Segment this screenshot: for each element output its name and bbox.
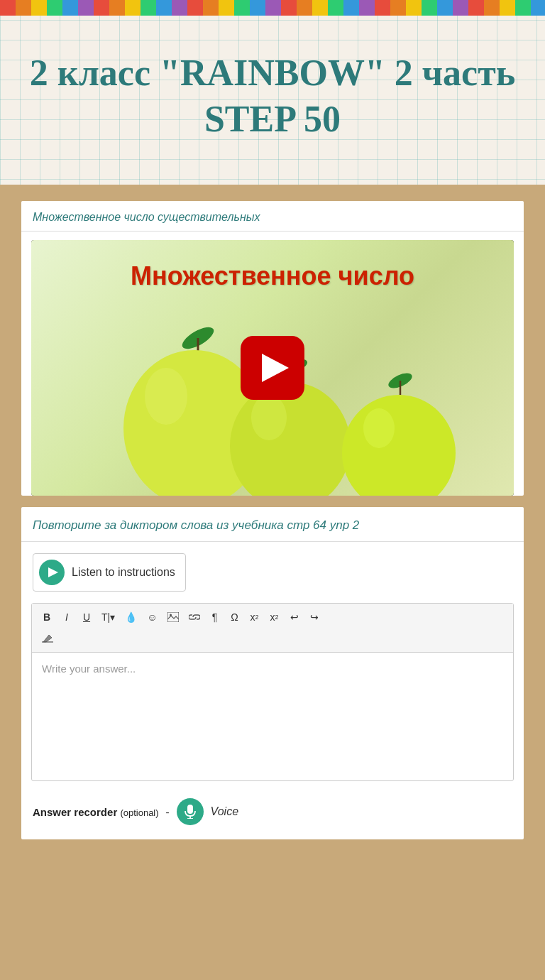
recorder-dash: - [166, 806, 170, 818]
omega-button[interactable]: Ω [226, 608, 244, 626]
page-title: 2 класс "RAINBOW" 2 часть STEP 50 [28, 50, 517, 142]
voice-record-button[interactable] [177, 798, 204, 825]
listen-play-icon [39, 560, 65, 585]
editor-toolbar: B I U T|▾ 💧 ☺ ¶ Ω x2 x2 ↩ ↪ [32, 604, 513, 653]
video-container[interactable]: Множественное число [31, 240, 514, 496]
voice-label: Voice [211, 805, 238, 818]
subscript-button[interactable]: x2 [246, 608, 264, 626]
emoji-button[interactable]: ☺ [143, 608, 161, 626]
section2-label: Повторите за диктором слова из учебника … [21, 507, 524, 542]
answer-card: Повторите за диктором слова из учебника … [21, 507, 524, 839]
bold-button[interactable]: B [38, 608, 56, 626]
main-content: Множественное число существительных Множ… [0, 187, 545, 868]
color-button[interactable]: 💧 [121, 608, 141, 626]
video-card: Множественное число существительных Множ… [21, 201, 524, 496]
font-size-button[interactable]: T|▾ [97, 608, 119, 626]
svg-rect-15 [187, 805, 193, 814]
answer-recorder-row: Answer recorder (optional) - Voice [21, 791, 524, 832]
video-play-button[interactable] [241, 336, 304, 400]
microphone-icon [184, 805, 197, 819]
paragraph-button[interactable]: ¶ [206, 608, 224, 626]
image-button[interactable] [163, 608, 183, 626]
listen-to-instructions-button[interactable]: Listen to instructions [33, 553, 186, 592]
svg-point-11 [363, 408, 395, 448]
header-section: 2 класс "RAINBOW" 2 часть STEP 50 [0, 0, 545, 187]
svg-point-3 [145, 368, 187, 425]
video-background: Множественное число [31, 240, 514, 496]
recorder-label: Answer recorder (optional) [33, 806, 159, 818]
redo-button[interactable]: ↪ [305, 608, 324, 626]
underline-button[interactable]: U [77, 608, 96, 626]
section1-label: Множественное число существительных [21, 201, 524, 232]
video-title: Множественное число [31, 261, 514, 291]
svg-point-7 [251, 395, 287, 440]
answer-input[interactable]: Write your answer... [32, 653, 513, 780]
eraser-button[interactable] [38, 629, 57, 648]
superscript-button[interactable]: x2 [265, 608, 284, 626]
listen-play-triangle-icon [48, 567, 58, 577]
italic-button[interactable]: I [57, 608, 76, 626]
text-editor: B I U T|▾ 💧 ☺ ¶ Ω x2 x2 ↩ ↪ [31, 603, 514, 781]
link-button[interactable] [185, 608, 204, 626]
listen-button-row: Listen to instructions [21, 542, 524, 597]
undo-button[interactable]: ↩ [285, 608, 304, 626]
play-triangle-icon [262, 354, 289, 382]
svg-point-10 [342, 395, 456, 496]
listen-label: Listen to instructions [72, 566, 175, 579]
